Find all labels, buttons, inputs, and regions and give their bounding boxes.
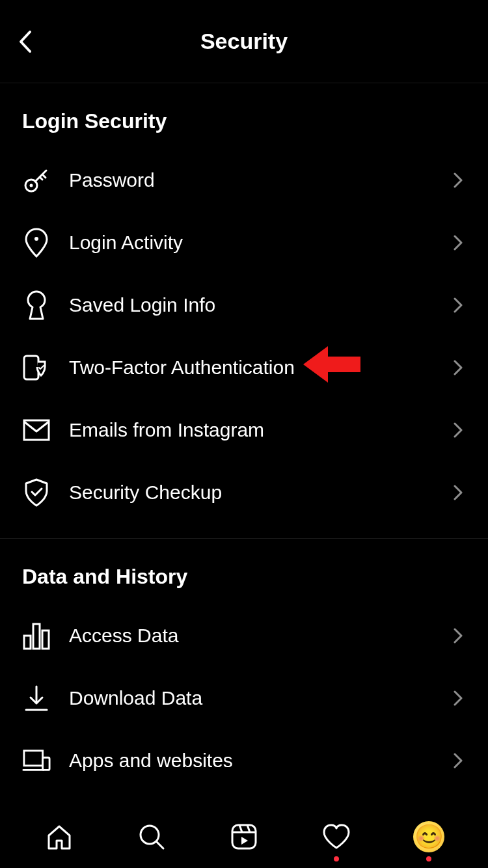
item-label: Download Data: [69, 687, 450, 709]
svg-rect-6: [33, 624, 40, 649]
envelope-icon: [22, 416, 51, 444]
notification-dot: [426, 856, 431, 861]
heart-icon: [321, 823, 351, 850]
bar-chart-icon: [22, 621, 51, 650]
section-title-login-security: Login Security: [0, 83, 488, 149]
item-label: Saved Login Info: [69, 294, 450, 316]
list-item-saved-login-info[interactable]: Saved Login Info: [0, 274, 488, 336]
svg-point-12: [141, 826, 159, 844]
section-title-data-and-history: Data and History: [0, 539, 488, 604]
list-item-security-checkup[interactable]: Security Checkup: [0, 461, 488, 524]
chevron-left-icon: [18, 30, 32, 53]
chevron-right-icon: [450, 235, 466, 251]
home-icon: [45, 822, 74, 851]
svg-point-2: [34, 237, 38, 241]
item-label: Access Data: [69, 625, 450, 647]
chevron-right-icon: [450, 628, 466, 644]
shield-check-icon: [22, 478, 51, 507]
chevron-right-icon: [450, 485, 466, 500]
list-item-access-data[interactable]: Access Data: [0, 604, 488, 667]
svg-rect-4: [24, 420, 49, 440]
pin-icon: [22, 228, 51, 257]
nav-home[interactable]: [40, 817, 79, 856]
svg-rect-9: [43, 757, 50, 770]
svg-rect-13: [232, 825, 256, 848]
keyhole-icon: [22, 291, 51, 319]
chevron-right-icon: [450, 297, 466, 313]
chevron-right-icon: [450, 422, 466, 438]
list-item-login-activity[interactable]: Login Activity: [0, 211, 488, 274]
list-item-password[interactable]: Password: [0, 149, 488, 211]
list-item-emails-from-instagram[interactable]: Emails from Instagram: [0, 399, 488, 461]
svg-rect-7: [42, 631, 49, 649]
list-item-apps-and-websites[interactable]: Apps and websites: [0, 729, 488, 792]
item-label: Apps and websites: [69, 750, 450, 772]
profile-avatar: 😊: [413, 821, 444, 852]
chevron-right-icon: [450, 690, 466, 706]
devices-icon: [22, 746, 51, 775]
item-label: Password: [69, 169, 450, 191]
bottom-nav: 😊: [0, 806, 488, 868]
back-button[interactable]: [12, 29, 38, 55]
notification-dot: [334, 856, 339, 861]
list-item-two-factor-authentication[interactable]: Two-Factor Authentication: [0, 336, 488, 399]
list-item-clear-search-history[interactable]: Clear Search History: [0, 792, 488, 806]
nav-activity[interactable]: [317, 817, 356, 856]
item-label: Login Activity: [69, 232, 450, 254]
svg-rect-8: [24, 751, 43, 766]
reels-icon: [230, 822, 258, 851]
chevron-right-icon: [450, 753, 466, 768]
nav-search[interactable]: [132, 817, 171, 856]
shield-phone-icon: [22, 353, 51, 382]
item-label: Two-Factor Authentication: [69, 357, 450, 379]
header: Security: [0, 0, 488, 83]
nav-profile[interactable]: 😊: [409, 817, 448, 856]
list-item-download-data[interactable]: Download Data: [0, 667, 488, 729]
key-icon: [22, 166, 51, 195]
download-icon: [22, 684, 51, 712]
chevron-right-icon: [450, 360, 466, 375]
svg-rect-5: [24, 636, 31, 649]
chevron-right-icon: [450, 172, 466, 188]
search-icon: [137, 822, 166, 851]
item-label: Security Checkup: [69, 481, 450, 504]
nav-reels[interactable]: [224, 817, 264, 856]
content: Login Security Password Login Activity: [0, 83, 488, 806]
svg-point-1: [30, 184, 33, 187]
item-label: Emails from Instagram: [69, 419, 450, 441]
page-title: Security: [200, 29, 288, 54]
